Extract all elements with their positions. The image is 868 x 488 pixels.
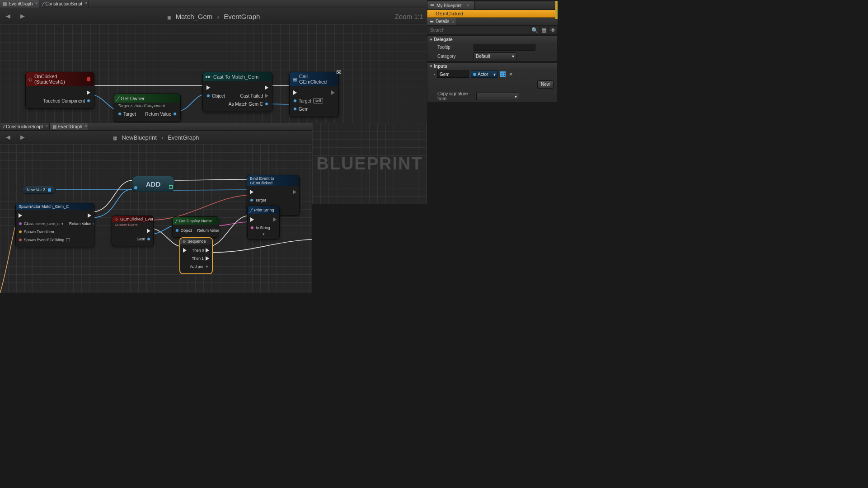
category-delegate-header[interactable]: ▾ Delegate (427, 36, 557, 43)
prop-tooltip: Tooltip (427, 43, 557, 52)
exec-out-pin[interactable] (88, 213, 91, 218)
node-print-string[interactable]: Print String In String ▾ (247, 206, 280, 239)
pin-type-select[interactable]: Actor ▾ (471, 70, 498, 78)
node-array-add[interactable]: ADD (132, 176, 174, 192)
close-icon[interactable]: × (85, 124, 87, 128)
node-onclicked[interactable]: ◇ OnClicked (StaticMesh1) Touched Compon… (25, 72, 94, 109)
tab-eventgraph[interactable]: EventGraph × (50, 123, 89, 130)
object-pin[interactable]: Object (175, 228, 192, 233)
tab-my-blueprint[interactable]: My Blueprint × (427, 1, 475, 9)
node-title: OnClicked (StaticMesh1) (34, 74, 84, 84)
target-pin[interactable]: Target (118, 112, 136, 117)
breadcrumb-root[interactable]: Match_Gem (176, 13, 213, 20)
close-icon[interactable]: × (45, 124, 47, 128)
close-icon[interactable]: × (35, 1, 38, 5)
collide-pin[interactable]: Spawn Even if Colliding (19, 238, 70, 242)
grid-view-icon[interactable]: ▦ (539, 26, 548, 34)
gem-pin[interactable]: Gem (293, 107, 309, 112)
pin-name-field[interactable] (437, 70, 469, 78)
expand-icon[interactable]: ▸ (434, 72, 436, 76)
close-icon[interactable]: × (467, 3, 469, 8)
function-icon (117, 95, 118, 101)
tab-details[interactable]: Details × (427, 18, 456, 25)
cat-label: Inputs (434, 64, 447, 69)
cast-failed-pin[interactable]: Cast Failed (240, 94, 268, 99)
target-pin[interactable]: Target self (293, 98, 323, 103)
node-header: ▸▸ Cast To Match_Gem (203, 72, 272, 81)
return-value-pin[interactable]: Return Value (69, 221, 94, 226)
search-input[interactable] (427, 28, 530, 33)
node-title: Sequence (188, 239, 206, 244)
exec-in-pin[interactable] (183, 248, 187, 253)
node-getowner[interactable]: Get Owner Target is ActorComponent Targe… (114, 94, 181, 122)
then0-pin[interactable]: Then 0 (192, 248, 209, 253)
nav-back-button[interactable]: ◄ (4, 133, 13, 142)
array-in-pin[interactable] (134, 186, 137, 189)
select-value: Default (476, 54, 490, 59)
return-value-pin[interactable]: Return Value (145, 112, 177, 117)
breadcrumb: Match_Gem › EventGraph (167, 13, 260, 20)
bot-graph-canvas[interactable]: New Var 3 SpawnActor Match_Gem_C Class M… (0, 144, 312, 293)
object-pin[interactable]: Object (206, 94, 225, 99)
remove-pin-button[interactable]: ✕ (508, 71, 514, 77)
top-tab-strip: EventGraph × ConstructionScript × (0, 0, 427, 8)
nav-forward-button[interactable]: ► (18, 12, 27, 21)
touched-component-pin[interactable]: Touched Component (43, 99, 90, 103)
exec-out-pin[interactable] (273, 217, 277, 222)
class-pin[interactable]: Class Match_Gem_C▾ (19, 221, 64, 226)
in-string-pin[interactable]: In String (250, 225, 270, 230)
exec-out-pin[interactable] (331, 90, 335, 95)
return-value-pin[interactable]: Return Value (197, 228, 219, 233)
node-call-gemclicked[interactable]: ▤ Call GEmClicked Target self Gem (289, 72, 339, 117)
breadcrumb-leaf[interactable]: EventGraph (224, 13, 260, 20)
nav-back-button[interactable]: ◄ (4, 12, 13, 21)
top-graph-canvas[interactable]: ◇ OnClicked (StaticMesh1) Touched Compon… (0, 24, 427, 123)
category-select[interactable]: Default ▾ (474, 52, 516, 60)
delegate-pin-icon[interactable] (87, 77, 90, 81)
target-pin[interactable]: Target (250, 198, 266, 202)
node-spawnactor[interactable]: SpawnActor Match_Gem_C Class Match_Gem_C… (15, 203, 94, 247)
exec-in-pin[interactable] (19, 213, 22, 218)
exec-out-pin[interactable] (265, 85, 268, 90)
transform-pin[interactable]: Spawn Transform (19, 230, 54, 234)
eye-icon[interactable]: 👁 (548, 26, 557, 34)
add-pin-button[interactable]: ＋Add pin (190, 263, 209, 270)
node-sequence[interactable]: ⎋ Sequence Then 0 Then 1 ＋Add pin (180, 238, 212, 274)
selected-name: GEmClicked (436, 11, 463, 16)
tooltip-field[interactable] (474, 44, 535, 51)
tab-constructionscript[interactable]: ConstructionScript × (39, 0, 89, 8)
close-icon[interactable]: × (452, 19, 454, 24)
gem-out-pin[interactable]: Gem (137, 237, 150, 241)
exec-out-pin[interactable] (87, 90, 90, 95)
category-inputs-header[interactable]: ▾ Inputs (427, 63, 557, 70)
close-icon[interactable]: × (85, 1, 87, 5)
breadcrumb-root[interactable]: NewBlueprint (122, 134, 156, 141)
exec-in-pin[interactable] (250, 217, 254, 222)
selected-dispatcher-bar[interactable]: GEmClicked (427, 10, 558, 18)
exec-in-pin[interactable] (206, 85, 210, 90)
expand-icon[interactable]: ▾ (250, 232, 277, 236)
array-toggle-icon[interactable] (500, 71, 506, 77)
tab-eventgraph[interactable]: EventGraph × (0, 0, 39, 8)
breadcrumb-leaf[interactable]: EventGraph (168, 134, 199, 141)
node-title: Get Owner (121, 96, 145, 101)
new-input-button[interactable]: New (537, 80, 554, 89)
variable-newvar3[interactable]: New Var 3 (22, 186, 56, 194)
then1-pin[interactable]: Then 1 (192, 256, 209, 261)
copy-signature-select[interactable]: ▾ (476, 93, 519, 100)
node-get-display-name[interactable]: Get Display Name Object Return Value (172, 216, 219, 238)
tab-constructionscript[interactable]: ConstructionScript × (0, 123, 50, 130)
node-cast[interactable]: ▸▸ Cast To Match_Gem Object Cast Failed … (202, 72, 272, 112)
exec-in-pin[interactable] (293, 90, 297, 95)
array-pin-icon[interactable] (48, 188, 51, 192)
as-match-gem-pin[interactable]: As Match Gem C (229, 102, 268, 107)
exec-in-pin[interactable] (250, 190, 253, 194)
array-out-pin[interactable] (169, 185, 173, 189)
exec-out-pin[interactable] (293, 190, 296, 194)
node-title: Print String (254, 208, 274, 212)
node-gemclicked-event[interactable]: ◇ GEmClicked_Event Custom Event Gem (112, 216, 154, 246)
node-title: ADD (146, 180, 161, 188)
exec-out-pin[interactable] (147, 229, 150, 233)
nav-forward-button[interactable]: ► (18, 133, 27, 142)
search-icon[interactable]: 🔍 (530, 26, 539, 34)
